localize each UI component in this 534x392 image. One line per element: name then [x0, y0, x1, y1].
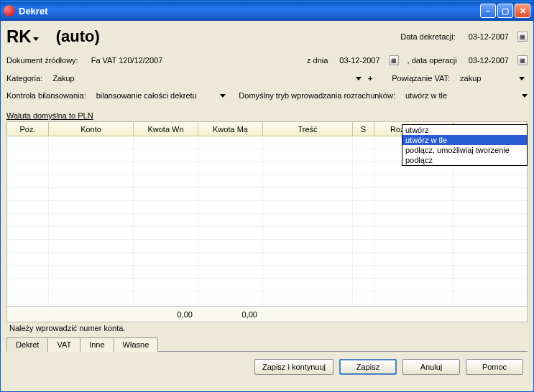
chevron-down-icon [519, 77, 525, 80]
total-wn: 0,00 [134, 310, 198, 319]
mode-select[interactable]: utwórz w tle [405, 91, 528, 100]
footer-buttons: Zapisz i kontynuuj Zapisz Anuluj Pomoc [6, 352, 528, 379]
decree-date-value[interactable]: 03-12-2007 [469, 32, 509, 41]
balance-control-select[interactable]: bilansowanie całości dekretu [96, 91, 226, 100]
vat-link-select[interactable]: zakup [460, 74, 525, 83]
help-button[interactable]: Pomoc [466, 359, 523, 375]
cancel-button[interactable]: Anuluj [402, 359, 460, 375]
mode-option-podlacz[interactable]: podłącz [402, 155, 527, 165]
col-s[interactable]: S [353, 122, 374, 136]
chevron-down-icon [220, 94, 226, 98]
document-number: (auto) [56, 27, 100, 46]
chevron-down-icon [33, 37, 39, 41]
titlebar[interactable]: Dekret – ▢ ✕ [1, 1, 533, 21]
mode-label: Domyślny tryb wprowadzania rozrachunków: [239, 91, 395, 100]
zdnia-label: z dnia [307, 56, 328, 65]
op-date-value[interactable]: 03-12-2007 [469, 56, 509, 65]
mode-dropdown-list[interactable]: utwórz utwórz w tle podłącz, umożliwiaj … [402, 124, 528, 166]
col-tresc[interactable]: Treść [263, 122, 353, 136]
add-category-button[interactable]: + [364, 73, 376, 84]
zdnia-value[interactable]: 03-12-2007 [339, 56, 379, 65]
app-icon [4, 5, 15, 17]
currency-note[interactable]: Waluta domyślna to PLN [6, 111, 528, 120]
mode-option-utworz[interactable]: utwórz [402, 125, 527, 135]
tab-bar: Dekret VAT Inne Własne [6, 337, 528, 352]
tab-vat[interactable]: VAT [47, 337, 80, 352]
source-doc-value[interactable]: Fa VAT 120/12/2007 [91, 56, 163, 65]
category-select[interactable]: Zakup [52, 74, 362, 83]
calendar-icon[interactable]: ▦ [517, 55, 528, 65]
document-type-selector[interactable]: RK [6, 27, 39, 47]
tab-inne[interactable]: Inne [80, 337, 114, 352]
calendar-icon[interactable]: ▦ [389, 55, 399, 65]
col-kwota-ma[interactable]: Kwota Ma [198, 122, 263, 136]
document-type-value: RK [6, 27, 32, 47]
save-button[interactable]: Zapisz [339, 359, 397, 375]
calendar-icon[interactable]: ▦ [517, 32, 528, 42]
decree-date-label: Data dekretacji: [400, 32, 455, 41]
close-button[interactable]: ✕ [515, 4, 530, 18]
total-ma: 0,00 [198, 310, 263, 319]
tab-dekret[interactable]: Dekret [6, 337, 48, 352]
maximize-button[interactable]: ▢ [497, 4, 513, 18]
op-date-label: , data operacji [408, 56, 457, 65]
dekret-window: Dekret – ▢ ✕ RK (auto) Data dekretacji: … [0, 0, 534, 392]
category-value: Zakup [52, 74, 75, 83]
mode-option-podlacz-tworzenie[interactable]: podłącz, umożliwiaj tworzenie [402, 145, 527, 155]
col-kwota-wn[interactable]: Kwota Wn [134, 122, 198, 136]
chevron-down-icon [356, 77, 362, 80]
vat-link-value: zakup [460, 74, 481, 83]
minimize-button[interactable]: – [480, 4, 496, 18]
window-title: Dekret [19, 6, 479, 17]
status-message: Należy wprowadzić numer konta. [6, 322, 528, 334]
col-poz[interactable]: Poz. [7, 122, 49, 136]
save-continue-button[interactable]: Zapisz i kontynuuj [254, 359, 333, 375]
source-doc-label: Dokument źródłowy: [6, 56, 78, 65]
content-area: RK (auto) Data dekretacji: 03-12-2007 ▦ … [1, 21, 533, 391]
category-label: Kategoria: [6, 74, 42, 83]
balance-control-label: Kontrola bilansowania: [6, 91, 86, 100]
chevron-down-icon [522, 94, 528, 98]
mode-value: utwórz w tle [405, 91, 447, 100]
totals-row: 0,00 0,00 [6, 307, 528, 322]
tab-wlasne[interactable]: Własne [114, 337, 159, 352]
mode-option-utworz-w-tle[interactable]: utwórz w tle [402, 135, 527, 145]
balance-control-value: bilansowanie całości dekretu [96, 91, 197, 100]
col-konto[interactable]: Konto [49, 122, 134, 136]
vat-link-label: Powiązanie VAT: [392, 74, 450, 83]
